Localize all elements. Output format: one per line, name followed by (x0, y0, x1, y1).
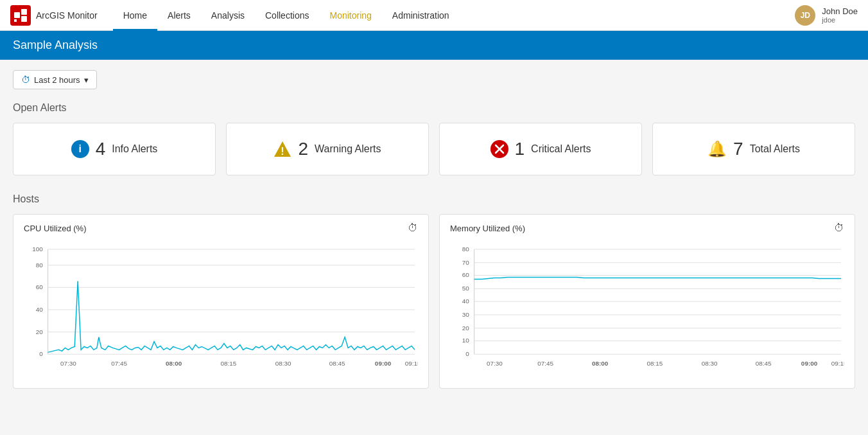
svg-text:40: 40 (36, 306, 44, 313)
svg-rect-2 (21, 16, 27, 22)
user-username: jdoe (822, 16, 858, 24)
svg-text:20: 20 (462, 324, 470, 332)
chevron-down-icon: ▾ (84, 75, 89, 85)
cpu-chart-header: CPU Utilized (%) ⏱ (24, 222, 418, 234)
page-header: Sample Analysis (0, 31, 868, 60)
nav-administration[interactable]: Administration (382, 0, 460, 31)
info-icon: i (71, 140, 89, 158)
hosts-section: Hosts CPU Utilized (%) ⏱ 0 20 (13, 193, 855, 389)
svg-text:60: 60 (36, 283, 44, 290)
svg-text:09:15: 09:15 (405, 360, 418, 367)
cpu-chart-card: CPU Utilized (%) ⏱ 0 20 40 60 (13, 214, 429, 389)
cpu-chart-title: CPU Utilized (%) (24, 224, 87, 233)
user-full-name: John Doe (822, 6, 858, 16)
clock-icon: ⏱ (21, 75, 30, 85)
svg-text:07:30: 07:30 (60, 360, 76, 367)
memory-chart-card: Memory Utilized (%) ⏱ 0 10 20 30 (439, 214, 855, 389)
critical-alert-label: Critical Alerts (531, 143, 591, 155)
hosts-title: Hosts (13, 193, 855, 205)
svg-text:40: 40 (462, 297, 470, 305)
svg-text:10: 10 (462, 337, 470, 344)
nav-analysis[interactable]: Analysis (201, 0, 255, 31)
nav-user: JD John Doe jdoe (795, 5, 858, 26)
alert-cards: i 4 Info Alerts ! 2 Warning Alerts (13, 123, 855, 175)
user-info: John Doe jdoe (822, 6, 858, 24)
time-filter-label: Last 2 hours (34, 75, 80, 85)
info-alert-label: Info Alerts (112, 143, 157, 155)
page-title: Sample Analysis (13, 39, 98, 51)
svg-text:70: 70 (462, 259, 470, 266)
bell-icon: 🔔 (707, 140, 727, 158)
svg-text:0: 0 (465, 350, 469, 357)
critical-alert-count: 1 (515, 139, 525, 159)
nav-items: Home Alerts Analysis Collections Monitor… (113, 0, 795, 31)
svg-text:80: 80 (462, 245, 470, 253)
charts-grid: CPU Utilized (%) ⏱ 0 20 40 60 (13, 214, 855, 389)
memory-chart-clock-icon[interactable]: ⏱ (834, 222, 844, 234)
svg-text:08:30: 08:30 (275, 360, 291, 367)
svg-text:07:45: 07:45 (537, 360, 553, 367)
cpu-chart-clock-icon[interactable]: ⏱ (408, 222, 418, 234)
open-alerts-section: Open Alerts i 4 Info Alerts ! 2 Warning … (13, 102, 855, 175)
avatar: JD (795, 5, 815, 26)
svg-text:07:45: 07:45 (111, 360, 127, 367)
svg-text:08:15: 08:15 (221, 360, 237, 367)
warning-icon: ! (273, 141, 291, 157)
svg-text:07:30: 07:30 (487, 360, 503, 367)
svg-text:0: 0 (39, 350, 43, 357)
svg-text:08:15: 08:15 (647, 360, 663, 367)
nav-collections[interactable]: Collections (255, 0, 319, 31)
svg-text:09:15: 09:15 (831, 360, 844, 367)
open-alerts-title: Open Alerts (13, 102, 855, 114)
svg-text:80: 80 (36, 262, 44, 269)
critical-alert-card[interactable]: 1 Critical Alerts (439, 123, 642, 175)
svg-rect-1 (21, 9, 27, 15)
memory-chart-svg: 0 10 20 30 40 50 60 70 80 (450, 239, 844, 380)
svg-rect-3 (14, 19, 17, 22)
critical-icon (490, 140, 508, 158)
warning-alert-label: Warning Alerts (315, 143, 381, 155)
nav-monitoring[interactable]: Monitoring (319, 0, 381, 31)
memory-chart-header: Memory Utilized (%) ⏱ (450, 222, 844, 234)
svg-text:08:00: 08:00 (166, 360, 182, 367)
time-filter-button[interactable]: ⏱ Last 2 hours ▾ (13, 70, 97, 89)
svg-rect-0 (14, 12, 20, 18)
cpu-chart-svg: 0 20 40 60 80 100 (24, 239, 418, 380)
info-alert-count: 4 (96, 139, 106, 159)
nav-home[interactable]: Home (113, 0, 157, 31)
info-alert-card[interactable]: i 4 Info Alerts (13, 123, 216, 175)
warning-alert-card[interactable]: ! 2 Warning Alerts (226, 123, 429, 175)
svg-text:08:30: 08:30 (702, 360, 718, 367)
total-alert-count: 7 (733, 139, 743, 159)
warning-alert-count: 2 (298, 139, 308, 159)
svg-text:!: ! (281, 146, 284, 157)
svg-text:30: 30 (462, 311, 470, 318)
svg-text:50: 50 (462, 285, 470, 292)
svg-text:09:00: 09:00 (801, 360, 818, 367)
navbar: ArcGIS Monitor Home Alerts Analysis Coll… (0, 0, 868, 31)
svg-text:08:45: 08:45 (756, 360, 772, 367)
brand-logo (10, 5, 31, 26)
main-content: ⏱ Last 2 hours ▾ Open Alerts i 4 Info Al… (0, 60, 868, 399)
svg-text:20: 20 (36, 328, 44, 335)
svg-text:08:00: 08:00 (592, 360, 609, 367)
svg-text:09:00: 09:00 (375, 360, 392, 367)
total-alert-label: Total Alerts (750, 143, 800, 155)
total-alert-card[interactable]: 🔔 7 Total Alerts (652, 123, 855, 175)
svg-text:08:45: 08:45 (329, 360, 345, 367)
svg-text:100: 100 (32, 245, 43, 253)
brand: ArcGIS Monitor (10, 5, 98, 26)
memory-chart-title: Memory Utilized (%) (450, 224, 525, 233)
nav-alerts[interactable]: Alerts (157, 0, 201, 31)
brand-name: ArcGIS Monitor (36, 10, 98, 21)
svg-text:60: 60 (462, 271, 470, 278)
